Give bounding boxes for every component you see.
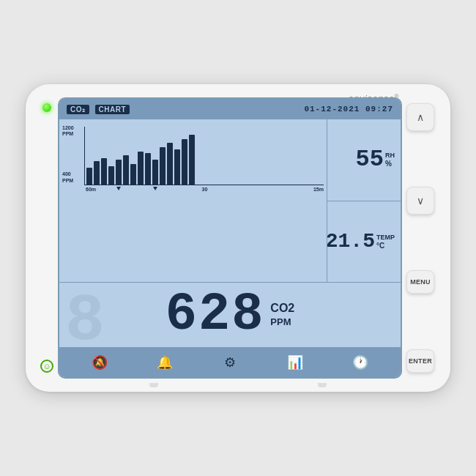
clock-icon: 🕐 — [350, 352, 371, 373]
chart-bar — [189, 135, 195, 185]
co2-unit: PPM — [270, 316, 291, 329]
co2-value: 628 — [166, 289, 265, 341]
chart-bar — [174, 149, 180, 185]
chart-bar — [116, 160, 122, 185]
temperature-unit: °C — [376, 242, 384, 250]
alarm-off-icon: 🔕 — [89, 352, 110, 373]
chart-y-labels: 1200 PPM 400 PPM — [62, 125, 74, 184]
chart-bar — [86, 168, 92, 185]
chart-bars-container — [84, 127, 324, 185]
co2-bg-text: 8 — [65, 284, 105, 359]
chart-x-labels: 60m 30 15m — [86, 187, 324, 192]
screen-topbar: CO₂ CHART 01-12-2021 09:27 — [59, 99, 401, 119]
datetime-display: 01-12-2021 09:27 — [135, 105, 393, 114]
chart-bar — [182, 139, 187, 185]
chart-icon: 📊 — [285, 352, 305, 373]
temperature-display: 21.5 TEMP °C — [327, 201, 401, 283]
temperature-unit-block: TEMP °C — [376, 234, 395, 250]
humidity-label: RH — [385, 152, 395, 160]
temperature-value: 21.5 — [326, 231, 375, 252]
smiley-indicator: ☺ — [40, 360, 53, 373]
down-button[interactable]: ∨ — [406, 187, 434, 215]
temperature-label: TEMP — [376, 234, 395, 242]
x-label-60m: 60m — [86, 187, 96, 192]
co2-label: CO2 — [270, 301, 294, 316]
chart-bar — [101, 158, 107, 185]
humidity-value: 55 — [356, 148, 384, 171]
enter-button[interactable]: ENTER — [406, 349, 434, 373]
sensor-area: 55 RH % 21.5 TEMP °C — [327, 119, 401, 282]
chart-bar — [145, 153, 151, 185]
device-body: envisense® ☺ CO₂ CHART 01-12-2021 09:27 … — [26, 84, 450, 392]
screen: CO₂ CHART 01-12-2021 09:27 1200 PPM 400 … — [58, 97, 402, 379]
foot-left — [149, 383, 158, 387]
foot-right — [318, 383, 327, 387]
chart-bar — [152, 160, 158, 185]
humidity-unit: % — [385, 160, 392, 168]
y-label-top: 1200 PPM — [62, 125, 74, 138]
humidity-display: 55 RH % — [327, 119, 401, 201]
y-label-bottom: 400 PPM — [62, 171, 74, 184]
chart-bar — [108, 166, 114, 185]
co2-reading-area: 8 628 CO2 PPM — [59, 283, 401, 348]
x-label-15m: 15m — [313, 187, 324, 192]
chart-bar — [130, 164, 136, 185]
alarm-settings-icon: 🔔 — [155, 352, 175, 373]
x-label-30: 30 — [202, 187, 208, 192]
co2-unit-block: CO2 PPM — [270, 301, 294, 329]
co2-badge: CO₂ — [67, 105, 89, 114]
screen-middle: 1200 PPM 400 PPM 60m 30 15m — [59, 119, 401, 283]
device-feet — [26, 383, 450, 387]
settings-icon: ⚙ — [220, 352, 240, 373]
menu-button[interactable]: MENU — [406, 270, 434, 294]
chart-area: 1200 PPM 400 PPM 60m 30 15m — [59, 119, 327, 282]
chart-bar — [138, 152, 144, 185]
chart-badge: CHART — [95, 105, 130, 114]
chart-bar — [94, 161, 100, 185]
left-strip: ☺ — [36, 97, 58, 379]
chart-bar — [167, 143, 173, 185]
green-indicator — [42, 103, 51, 112]
chart-bar — [123, 155, 129, 185]
screen-toolbar: 🔕 🔔 ⚙ 📊 🕐 — [59, 348, 401, 377]
right-buttons: ∧ ∨ MENU ENTER — [402, 97, 439, 379]
humidity-unit-block: RH % — [385, 152, 395, 168]
up-button[interactable]: ∧ — [406, 103, 434, 131]
chart-bar — [160, 147, 166, 185]
